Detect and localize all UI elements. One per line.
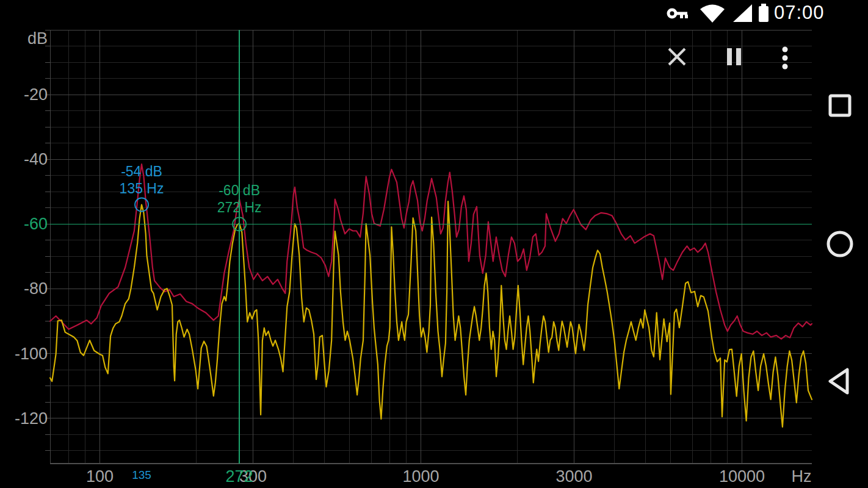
y-tick-label: -80	[24, 279, 48, 298]
x-tick-label: 3000	[555, 467, 592, 486]
app-screen: { "status_bar": { "time": "07:00", "icon…	[0, 0, 868, 488]
kebab-menu-icon	[779, 45, 791, 71]
y-tick-label: -20	[24, 85, 48, 104]
x-tick-label: 1000	[403, 467, 439, 486]
close-icon	[667, 46, 687, 67]
y-axis-unit: dB	[27, 29, 48, 48]
grid	[45, 30, 812, 464]
cursor-marker-freq-label: 272 Hz	[217, 199, 262, 215]
x-axis-unit: Hz	[792, 467, 812, 486]
spectrum-yellow-curve	[50, 201, 812, 427]
status-bar: 07:00	[0, 0, 868, 26]
peak-marker-db-label: -54 dB	[121, 163, 162, 179]
cursor-marker-db-label: -60 dB	[219, 182, 260, 198]
key-icon	[667, 5, 691, 22]
x-tick-label: 10000	[719, 467, 765, 486]
circle-icon	[826, 230, 854, 258]
y-tick-label: -120	[15, 409, 48, 428]
close-button[interactable]	[667, 46, 687, 67]
back-button[interactable]	[812, 353, 868, 409]
x-tick-label: 100	[86, 467, 114, 486]
nav-bar	[812, 0, 868, 488]
peak-marker-freq-label: 135 Hz	[120, 181, 164, 196]
battery-icon	[757, 3, 770, 23]
home-button[interactable]	[812, 216, 868, 272]
wifi-icon	[698, 4, 726, 23]
marker-axis-label: 135	[132, 468, 151, 481]
y-tick-label: -40	[24, 150, 48, 168]
signal-icon	[731, 4, 754, 23]
y-tick-label: -100	[15, 345, 48, 363]
spectrum-chart[interactable]: -54 dB135 Hz-60 dB272 HzdB-20-40-60-80-1…	[0, 0, 868, 488]
recents-button[interactable]	[812, 77, 868, 134]
cursor-axis-label: 272	[226, 467, 253, 486]
pause-icon	[725, 48, 743, 66]
y-tick-label: -60	[24, 215, 48, 233]
overflow-menu-button[interactable]	[779, 45, 791, 71]
pause-button[interactable]	[725, 48, 743, 66]
triangle-left-icon	[826, 367, 853, 396]
square-icon	[828, 93, 852, 118]
